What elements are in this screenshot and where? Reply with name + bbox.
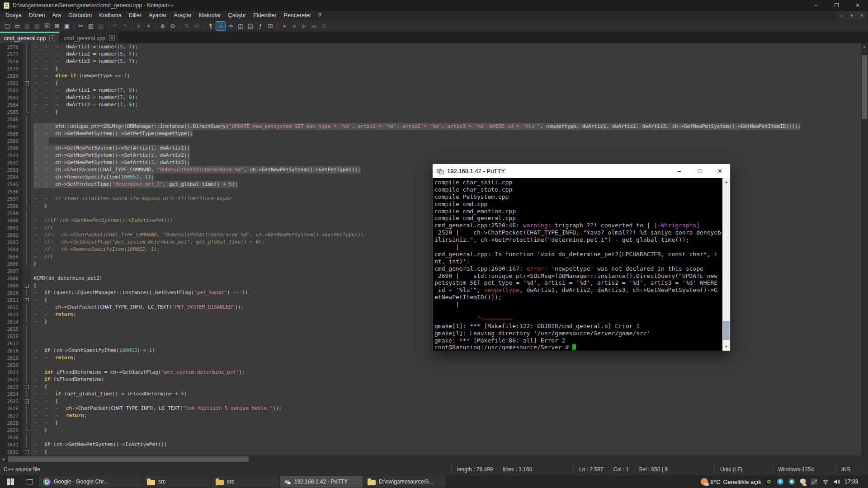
toolbar-copy-icon[interactable]: ▥: [86, 21, 96, 31]
code-line[interactable]: 2611-→{: [0, 296, 861, 304]
clock[interactable]: 17:33: [844, 479, 858, 485]
status-eol-format[interactable]: Unix (LF): [714, 465, 772, 474]
code-line[interactable]: 2622→if·(iFloodDetermine): [0, 376, 861, 383]
line-number[interactable]: 2616: [0, 333, 23, 340]
toolbar-new-file-icon[interactable]: ▢: [2, 21, 12, 31]
code-line[interactable]: 2592→→ch->GetNewPetSystem()->SetArtis(3,…: [0, 159, 861, 166]
menu-item-dzen[interactable]: Düzen: [25, 11, 48, 20]
line-number[interactable]: 2607: [0, 267, 23, 275]
code-line[interactable]: 2613→→return;: [0, 311, 861, 318]
code-line[interactable]: 2606}: [0, 260, 861, 267]
line-number[interactable]: 2585: [0, 108, 23, 116]
line-number[interactable]: 2595: [0, 181, 23, 188]
toolbar-define-language-icon[interactable]: </>: [226, 21, 236, 31]
toolbar-sync-vertical-scroll-icon[interactable]: ⇅: [182, 21, 192, 31]
line-number[interactable]: 2598: [0, 202, 23, 210]
code-line[interactable]: 2599: [0, 210, 861, 217]
line-number[interactable]: 2586: [0, 116, 23, 123]
tab-close-icon[interactable]: ✕: [109, 35, 115, 41]
toolbar-find-icon[interactable]: ⌕: [134, 21, 144, 31]
fold-collapse-icon[interactable]: -: [23, 398, 31, 405]
code-line[interactable]: 2587→→std::unique_ptr<SQLMsg>(DBManager:…: [0, 123, 861, 130]
code-line[interactable]: 2607: [0, 267, 861, 275]
tab-close-button[interactable]: ✕: [857, 12, 866, 19]
line-number[interactable]: 2592: [0, 159, 23, 166]
line-number[interactable]: 2620: [0, 361, 23, 369]
line-number[interactable]: 2630: [0, 434, 23, 441]
menu-item-ayarlar[interactable]: Ayarlar: [145, 11, 170, 20]
line-number[interactable]: 2625: [0, 398, 23, 405]
horizontal-scrollbar[interactable]: ◀: [0, 455, 861, 463]
code-line[interactable]: 2629→}: [0, 427, 861, 434]
tray-app-green-icon[interactable]: [765, 478, 773, 485]
code-line[interactable]: 2584→→→dwArtis3·=·number(7,·9);: [0, 101, 861, 108]
fold-collapse-icon[interactable]: -: [23, 383, 31, 390]
code-line[interactable]: 2591→→ch->GetNewPetSystem()->SetArtis(2,…: [0, 152, 861, 159]
putty-minimize-button[interactable]: –: [669, 164, 689, 178]
code-line[interactable]: 2601→//{: [0, 224, 861, 231]
code-line[interactable]: 2600→//if·(ch->GetNewPetSystem()->IsActi…: [0, 217, 861, 224]
code-line[interactable]: 2617: [0, 340, 861, 347]
fold-collapse-icon[interactable]: -: [23, 80, 31, 87]
taskbar-app-folder-src[interactable]: src: [212, 476, 279, 488]
toolbar-show-all-characters-icon[interactable]: ≡: [216, 21, 226, 31]
weather-widget[interactable]: 8°C Genellikle açık: [701, 478, 761, 485]
taskbar-app-putty[interactable]: 192.168.1.42 - PuTTY: [280, 476, 363, 488]
line-number[interactable]: 2599: [0, 210, 23, 217]
code-line[interactable]: 2630: [0, 434, 861, 441]
line-number[interactable]: 2594: [0, 174, 23, 181]
line-number[interactable]: 2593: [0, 166, 23, 174]
line-number[interactable]: 2589: [0, 137, 23, 145]
line-number[interactable]: 2609: [0, 282, 23, 289]
code-line[interactable]: 2626→→→ch->ChatPacket(CHAT_TYPE_INFO,·LC…: [0, 405, 861, 412]
line-number[interactable]: 2604: [0, 246, 23, 253]
code-line[interactable]: 2598→}: [0, 202, 861, 210]
code-editor[interactable]: 2576→→→dwArtis1·=·number(5,·7);2577→→→dw…: [0, 43, 861, 455]
line-number[interactable]: 2597: [0, 195, 23, 202]
line-number[interactable]: 2582: [0, 87, 23, 94]
code-line[interactable]: 2582→→→dwArtis1·=·number(7,·9);: [0, 87, 861, 94]
code-line[interactable]: 2602→//→ch->ChatPacket(CHAT_TYPE_COMMAND…: [0, 231, 861, 239]
toolbar-record-macro-icon[interactable]: ●: [279, 21, 289, 31]
code-line[interactable]: 2625-→→{: [0, 398, 861, 405]
code-line[interactable]: 2604→//→ch->RemoveSpecifyItem(100052,·1)…: [0, 246, 861, 253]
code-line[interactable]: 2593→→ch->ChatPacket(CHAT_TYPE_COMMAND,·…: [0, 166, 861, 174]
menu-item-altr[interactable]: Çalıştır: [225, 11, 250, 20]
toolbar-print-icon[interactable]: ▣: [62, 21, 72, 31]
line-number[interactable]: 2623: [0, 383, 23, 390]
code-line[interactable]: 2609-{: [0, 282, 861, 289]
resize-grip[interactable]: ⋰: [859, 466, 868, 472]
code-line[interactable]: 2595→→ch->SetProtectTime("determine.pet_…: [0, 181, 861, 188]
line-number[interactable]: 2584: [0, 101, 23, 108]
menu-item-makrolar[interactable]: Makrolar: [195, 11, 225, 20]
toolbar-document-list-icon[interactable]: ▤: [245, 21, 255, 31]
code-line[interactable]: 2605→//}: [0, 253, 861, 260]
code-line[interactable]: 2618→if·(ch->CountSpecifyItem(100053)·<·…: [0, 347, 861, 354]
tab-add-button[interactable]: +: [837, 12, 846, 19]
menu-item-aralar[interactable]: Araçlar: [170, 11, 195, 20]
toolbar-run-macro-multiple-icon[interactable]: ▶▶: [309, 21, 319, 31]
code-line[interactable]: 2623-→{: [0, 383, 861, 390]
code-line[interactable]: 2589: [0, 137, 861, 145]
taskbar-app-explorer-gamesource[interactable]: D:\sw\gamesource\S...: [363, 476, 446, 488]
idm-icon[interactable]: [788, 478, 795, 485]
wifi-icon[interactable]: [822, 478, 829, 485]
code-line[interactable]: 2621→int·iFloodDetermine·=·ch->GetQuestF…: [0, 369, 861, 376]
menu-item-eklentiler[interactable]: Eklentiler: [250, 11, 280, 20]
tray-app-blue-icon[interactable]: [777, 478, 784, 485]
toolbar-close-all-icon[interactable]: ⊠: [52, 21, 62, 31]
toolbar-monitor-icon[interactable]: ⊡: [265, 21, 275, 31]
tab-cmd-general-2[interactable]: cmd_general.cpp ✕: [60, 32, 119, 43]
line-number[interactable]: 2619: [0, 354, 23, 361]
line-number[interactable]: 2603: [0, 239, 23, 246]
line-number[interactable]: 2617: [0, 340, 23, 347]
code-line[interactable]: 2594→→ch->RemoveSpecifyItem(100052,·1);: [0, 174, 861, 181]
line-number[interactable]: 2627: [0, 412, 23, 419]
toolbar-replace-icon[interactable]: ⌖: [144, 21, 154, 31]
line-number[interactable]: 2626: [0, 405, 23, 412]
status-encoding[interactable]: Windows-1254: [772, 465, 835, 474]
toolbar-function-list-icon[interactable]: ƒ: [255, 21, 265, 31]
fold-collapse-icon[interactable]: -: [23, 282, 31, 289]
volume-icon[interactable]: [833, 478, 840, 485]
line-number[interactable]: 2591: [0, 152, 23, 159]
